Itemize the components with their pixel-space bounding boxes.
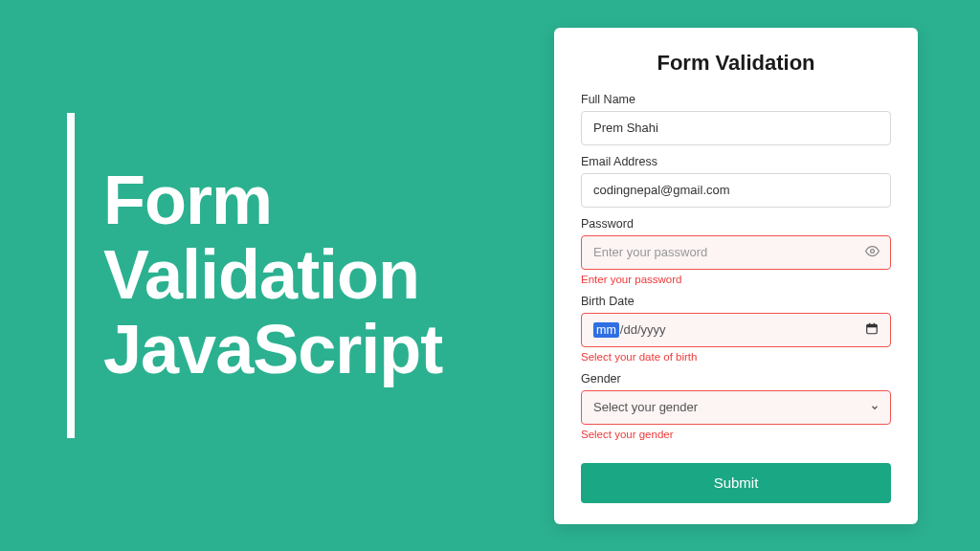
fullname-input[interactable] [581,111,891,145]
fullname-group: Full Name [581,93,891,145]
gender-label: Gender [581,372,891,386]
birthdate-group: Birth Date mm /dd/yyyy Select your date … [581,295,891,363]
form-title: Form Validation [581,51,891,76]
hero-line-3: JavaScript [103,313,442,387]
hero-line-2: Validation [103,238,442,313]
birthdate-label: Birth Date [581,295,891,308]
fullname-label: Full Name [581,93,891,106]
eye-icon[interactable] [865,244,880,261]
date-rest-segment: /dd/yyyy [620,322,666,337]
svg-rect-2 [867,324,878,327]
birthdate-input[interactable]: mm /dd/yyyy [581,313,891,347]
password-group: Password Enter your password [581,217,891,285]
birthdate-error: Select your date of birth [581,351,891,363]
submit-button[interactable]: Submit [581,463,891,503]
email-label: Email Address [581,155,891,168]
email-group: Email Address [581,155,891,208]
accent-bar [67,113,75,438]
calendar-icon[interactable] [865,321,879,338]
hero-panel: Form Validation JavaScript [0,113,554,438]
gender-error: Select your gender [581,429,891,440]
gender-select[interactable]: Select your gender [581,390,891,425]
hero-text: Form Validation JavaScript [103,164,442,386]
hero-line-1: Form [103,164,442,238]
svg-point-0 [871,249,875,253]
form-card: Form Validation Full Name Email Address … [554,28,918,524]
password-error: Enter your password [581,274,891,285]
gender-group: Gender Select your gender Select your ge… [581,372,891,440]
date-mm-segment: mm [593,322,619,338]
email-input[interactable] [581,173,891,208]
password-input[interactable] [581,235,891,270]
password-label: Password [581,217,891,231]
